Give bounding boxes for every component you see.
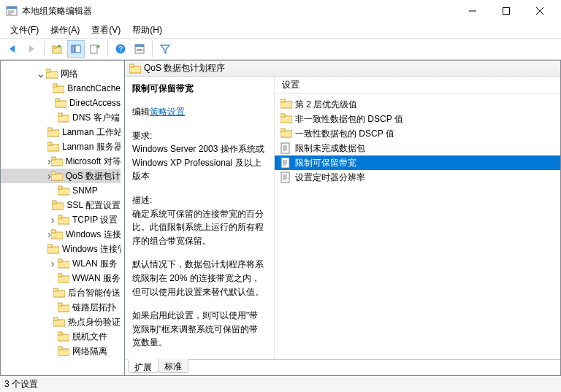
settings-label: 一致性数据包的 DSCP 值	[295, 128, 394, 140]
tree-item[interactable]: SNMP	[1, 183, 121, 198]
status-bar: 3 个设置	[0, 376, 561, 392]
tree-item[interactable]: 网络隔离	[1, 344, 121, 358]
chevron-down-icon[interactable]: ⌄	[37, 69, 45, 79]
separator	[107, 41, 108, 57]
settings-row[interactable]: 设置定时器分辨率	[275, 170, 560, 185]
export-button[interactable]	[86, 40, 104, 58]
svg-marker-10	[29, 45, 34, 53]
folder-icon	[58, 215, 69, 225]
folder-icon	[55, 98, 66, 108]
desc-label: 描述:	[132, 195, 152, 205]
close-button[interactable]	[523, 1, 557, 21]
svg-marker-24	[161, 45, 169, 53]
tree-item[interactable]: WWAN 服务	[1, 271, 121, 285]
svg-rect-56	[53, 288, 58, 291]
tree-item[interactable]: ›WLAN 服务	[1, 256, 121, 271]
edit-policy-link[interactable]: 策略设置	[150, 107, 185, 117]
folder-icon	[58, 346, 69, 356]
tree-item[interactable]: 脱机文件	[1, 329, 121, 344]
tree-item[interactable]: ›Windows 连接	[1, 227, 121, 242]
right-header: QoS 数据包计划程序	[125, 61, 560, 77]
tree-label: 后台智能传送	[68, 287, 121, 299]
settings-row[interactable]: 限制可保留带宽	[275, 155, 560, 170]
svg-rect-14	[72, 45, 75, 53]
tree-item[interactable]: Lanman 工作站	[1, 125, 121, 139]
back-button[interactable]	[4, 40, 21, 58]
folder-icon	[280, 99, 292, 110]
svg-rect-12	[53, 46, 56, 48]
tree-item[interactable]: 链路层拓扑	[1, 300, 121, 315]
svg-rect-40	[51, 172, 56, 174]
svg-rect-62	[58, 332, 62, 335]
svg-rect-1	[7, 7, 17, 9]
settings-pane: 设置 第 2 层优先级值非一致性数据包的 DSCP 值一致性数据包的 DSCP …	[275, 77, 560, 359]
tab-standard[interactable]: 标准	[158, 359, 188, 373]
folder-icon	[53, 288, 65, 298]
main-area: ⌄网络BranchCacheDirectAccessDNS 客户端Lanman …	[0, 60, 561, 376]
tree-item[interactable]: DNS 客户端	[1, 110, 121, 125]
tree-item[interactable]: SSL 配置设置	[1, 198, 121, 212]
settings-label: 非一致性数据包的 DSCP 值	[295, 113, 403, 126]
tree-label: WWAN 服务	[72, 272, 121, 285]
svg-rect-16	[91, 45, 97, 53]
settings-header[interactable]: 设置	[275, 77, 560, 94]
settings-label: 限制可保留带宽	[295, 157, 356, 169]
menu-help[interactable]: 帮助(H)	[126, 23, 168, 38]
properties-button[interactable]	[131, 40, 148, 58]
filter-button[interactable]	[156, 40, 174, 58]
forward-button[interactable]	[23, 40, 40, 58]
svg-rect-42	[58, 186, 62, 189]
tree-label: WLAN 服务	[72, 258, 118, 270]
folder-icon	[51, 229, 63, 239]
svg-rect-22	[137, 49, 142, 50]
folder-icon	[58, 185, 69, 196]
help-button[interactable]: ?	[112, 40, 129, 58]
req-text: Windows Server 2003 操作系统或 Windows XP Pro…	[132, 144, 264, 181]
app-icon	[6, 5, 18, 17]
tree-root[interactable]: ⌄网络	[1, 66, 121, 81]
tree-label: 网络	[61, 68, 78, 80]
desc-p2: 默认情况下，数据包计划程序将系统限制在 20% 的连接带宽之内，但可以使用此设置…	[132, 258, 267, 299]
svg-rect-6	[503, 8, 510, 15]
tree-item[interactable]: 热点身份验证	[1, 315, 121, 329]
settings-row[interactable]: 一致性数据包的 DSCP 值	[275, 126, 560, 141]
tree-item[interactable]: Windows 连接管理器	[1, 242, 121, 256]
settings-row[interactable]: 第 2 层优先级值	[275, 97, 560, 112]
tree-label: 链路层拓扑	[72, 301, 116, 314]
tree-item[interactable]: Lanman 服务器	[1, 139, 121, 154]
menu-action[interactable]: 操作(A)	[45, 23, 85, 38]
svg-rect-21	[135, 45, 144, 47]
chevron-right-icon[interactable]: ›	[51, 258, 55, 269]
tree-label: Lanman 服务器	[62, 141, 121, 153]
tree-item[interactable]: 后台智能传送	[1, 285, 121, 300]
folder-icon	[52, 200, 64, 210]
tab-extended[interactable]: 扩展	[128, 359, 159, 373]
tree-label: Microsoft 对等网络	[66, 155, 121, 168]
edit-label: 编辑	[132, 107, 150, 117]
toolbar: ?	[0, 38, 561, 60]
svg-rect-38	[51, 157, 56, 160]
maximize-button[interactable]	[489, 1, 523, 21]
settings-label: 第 2 层优先级值	[295, 99, 357, 111]
chevron-right-icon[interactable]: ›	[51, 215, 55, 225]
show-hide-tree-button[interactable]	[67, 40, 85, 58]
minimize-button[interactable]	[456, 1, 489, 21]
tree-item[interactable]: ›TCPIP 设置	[1, 212, 121, 227]
folder-icon	[46, 69, 58, 79]
status-text: 3 个设置	[4, 378, 38, 391]
svg-rect-58	[58, 303, 62, 306]
tree-item[interactable]: BranchCache	[1, 81, 121, 96]
tree-item[interactable]: DirectAccess	[1, 96, 121, 110]
svg-rect-50	[47, 245, 52, 247]
settings-row[interactable]: 非一致性数据包的 DSCP 值	[275, 112, 560, 126]
tree-item[interactable]: ›QoS 数据包计划程序	[1, 169, 121, 183]
separator	[44, 41, 45, 57]
menu-file[interactable]: 文件(F)	[4, 23, 45, 38]
folder-icon	[280, 113, 292, 125]
description-pane: 限制可保留带宽 编辑策略设置 要求:Windows Server 2003 操作…	[125, 77, 275, 359]
settings-row[interactable]: 限制未完成数据包	[275, 141, 560, 155]
menu-view[interactable]: 查看(V)	[85, 23, 126, 38]
up-button[interactable]	[48, 40, 66, 58]
tree-label: 热点身份验证	[68, 316, 121, 328]
tree-item[interactable]: ›Microsoft 对等网络	[1, 154, 121, 169]
